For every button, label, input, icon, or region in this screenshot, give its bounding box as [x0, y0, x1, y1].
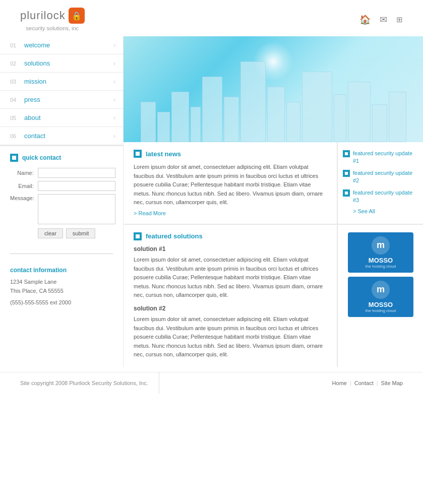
section-icon [10, 154, 18, 162]
solutions-header: featured solutions [134, 232, 327, 240]
building [157, 112, 170, 142]
nav-label-solutions: solutions [24, 59, 113, 67]
news-security-wrapper: latest news Lorem ipsum dolor sit amet, … [124, 142, 423, 224]
solution1-body: Lorem ipsum dolor sit amet, consectetuer… [134, 256, 327, 300]
chevron-right-icon: › [113, 133, 115, 140]
building [171, 92, 189, 142]
solution1-title: solution #1 [134, 245, 327, 253]
nav-num-02: 02 [10, 60, 19, 67]
contact-info-title: contact information [10, 267, 115, 274]
sitemap-icon[interactable]: ⊞ [396, 15, 403, 24]
mosso-logo-circle: m [372, 236, 390, 255]
read-more-link[interactable]: Read More [134, 210, 327, 216]
home-icon[interactable]: 🏠 [359, 14, 371, 25]
main-wrapper: 01 welcome › 02 solutions › 03 mission ›… [0, 36, 423, 367]
chevron-right-icon: › [113, 78, 115, 85]
security-update-3[interactable]: featured security update #3 [353, 189, 418, 205]
chevron-right-icon: › [113, 96, 115, 103]
content-area: latest news Lorem ipsum dolor sit amet, … [124, 36, 423, 367]
logo-name: plurilock [20, 9, 66, 22]
see-all-link[interactable]: See All [353, 208, 418, 214]
mosso-ad-2[interactable]: m MOSSO the hosting cloud [348, 277, 413, 317]
submit-button[interactable]: submit [66, 228, 95, 238]
email-row: Email: [10, 181, 115, 191]
mail-icon[interactable]: ✉ [380, 14, 387, 25]
nav-item-mission[interactable]: 03 mission › [0, 73, 123, 91]
footer-sitemap-link[interactable]: Site Map [381, 380, 403, 386]
nav-label-welcome: welcome [24, 41, 113, 49]
mosso-text-1: MOSSO [369, 257, 393, 264]
building [348, 82, 371, 142]
mosso-sub-2: the hosting cloud [366, 308, 396, 313]
section-icon-news [134, 150, 142, 158]
footer-contact-link[interactable]: Contact [354, 380, 374, 386]
building [267, 87, 285, 142]
nav-num-01: 01 [10, 42, 19, 48]
news-header: latest news [134, 150, 327, 158]
security-item-3: featured security update #3 [343, 189, 418, 205]
name-input[interactable] [38, 168, 115, 178]
security-update-1[interactable]: featured security update #1 [353, 150, 418, 165]
nav-item-contact[interactable]: 06 contact › [0, 127, 123, 145]
footer: Site copyright 2008 Plurilock Security S… [0, 372, 423, 394]
mosso-sub-1: the hosting cloud [366, 264, 396, 269]
solutions-title: featured solutions [146, 232, 203, 240]
section-icon-solutions [134, 232, 142, 240]
mosso-m-icon: m [377, 240, 385, 250]
security-update-2[interactable]: featured security update #2 [353, 169, 418, 185]
building [224, 97, 239, 142]
quick-contact-section: quick contact Name: Email: Message: clea… [0, 145, 123, 246]
solution2-title: solution #2 [134, 305, 327, 312]
nav-label-contact: contact [24, 132, 113, 140]
news-body: Lorem ipsum dolor sit amet, consectetuer… [134, 163, 327, 207]
news-title: latest news [146, 150, 181, 158]
email-label: Email: [10, 183, 38, 189]
ads-column: m MOSSO the hosting cloud m MOSSO the ho… [337, 225, 423, 367]
chevron-right-icon: › [113, 42, 115, 49]
footer-links: Home | Contact | Site Map [332, 380, 403, 386]
nav-item-press[interactable]: 04 press › [0, 91, 123, 109]
news-column: latest news Lorem ipsum dolor sit amet, … [124, 142, 337, 224]
building [389, 92, 406, 142]
nav-num-06: 06 [10, 133, 19, 139]
mosso-text-2: MOSSO [369, 301, 393, 308]
header-icons: 🏠 ✉ ⊞ [359, 14, 403, 25]
logo[interactable]: plurilock 🔒 [20, 8, 85, 24]
clear-button[interactable]: clear [38, 228, 63, 238]
building [191, 107, 201, 142]
logo-area: plurilock 🔒 security solutions, inc [20, 8, 85, 31]
email-input[interactable] [38, 181, 115, 191]
sidebar-divider [10, 254, 113, 254]
sidebar: 01 welcome › 02 solutions › 03 mission ›… [0, 36, 124, 367]
nav-menu: 01 welcome › 02 solutions › 03 mission ›… [0, 36, 123, 145]
message-textarea[interactable] [38, 194, 115, 224]
nav-num-03: 03 [10, 79, 19, 85]
logo-subtitle: security solutions, inc [26, 25, 79, 31]
contact-address2: This Place, CA 55555 [10, 287, 115, 296]
building [240, 61, 266, 142]
building [202, 77, 222, 142]
nav-label-press: press [24, 96, 113, 103]
solutions-ads-wrapper: featured solutions solution #1 Lorem ips… [124, 224, 423, 367]
footer-home-link[interactable]: Home [332, 380, 347, 386]
building [372, 104, 387, 142]
nav-item-welcome[interactable]: 01 welcome › [0, 36, 123, 54]
lock-icon: 🔒 [72, 11, 82, 21]
footer-sep-2: | [377, 380, 378, 386]
mosso-ad-1[interactable]: m MOSSO the hosting cloud [348, 232, 413, 273]
name-row: Name: [10, 168, 115, 178]
message-label: Message: [10, 194, 38, 201]
footer-copyright: Site copyright 2008 Plurilock Security S… [20, 380, 148, 386]
form-buttons: clear submit [38, 228, 115, 238]
header: plurilock 🔒 security solutions, inc 🏠 ✉ … [0, 0, 423, 36]
nav-item-about[interactable]: 05 about › [0, 109, 123, 127]
message-row: Message: [10, 194, 115, 224]
chevron-right-icon: › [113, 114, 115, 121]
building [334, 94, 346, 142]
nav-item-solutions[interactable]: 02 solutions › [0, 54, 123, 73]
nav-label-about: about [24, 114, 113, 121]
security-column: featured security update #1 featured sec… [337, 142, 423, 224]
building [302, 72, 332, 142]
solution2-body: Lorem ipsum dolor sit amet, consectetuer… [134, 315, 327, 359]
hero-buildings [124, 36, 423, 142]
